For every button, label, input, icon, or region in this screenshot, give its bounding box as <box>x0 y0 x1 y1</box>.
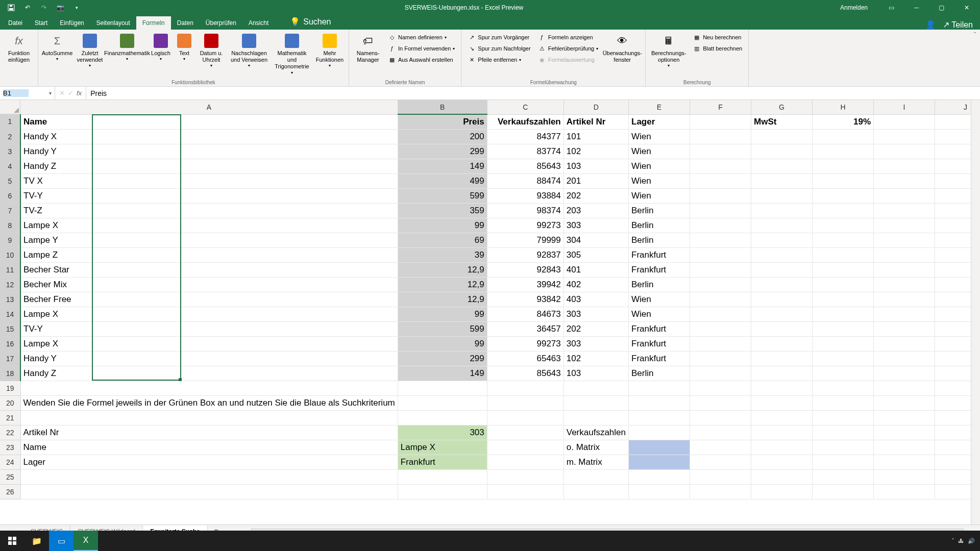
cell[interactable]: 599 <box>398 321 487 336</box>
cell[interactable]: 103 <box>564 159 628 173</box>
cell[interactable] <box>690 484 751 499</box>
cell[interactable] <box>564 484 628 499</box>
share-button[interactable]: ↗Teilen <box>943 20 973 30</box>
cell[interactable]: 359 <box>398 203 487 218</box>
cell[interactable] <box>690 366 751 381</box>
fx-icon[interactable]: fx <box>77 89 82 97</box>
cell[interactable]: Lampe X <box>20 307 398 321</box>
row-header[interactable]: 21 <box>0 410 20 425</box>
cell[interactable] <box>935 144 971 159</box>
cell[interactable]: 19% <box>813 114 874 129</box>
cell[interactable] <box>751 292 813 307</box>
cell[interactable] <box>629 410 690 425</box>
cell[interactable] <box>874 203 935 218</box>
cell[interactable] <box>629 440 690 455</box>
cell[interactable]: Frankfurt <box>398 455 487 469</box>
cell[interactable] <box>20 410 398 425</box>
cell[interactable] <box>813 351 874 366</box>
cell[interactable] <box>813 188 874 203</box>
cell[interactable]: Artikel Nr <box>564 114 628 129</box>
start-button[interactable] <box>0 531 24 551</box>
column-header[interactable]: D <box>564 100 628 114</box>
ribbon-tab-überprüfen[interactable]: Überprüfen <box>200 16 242 30</box>
cell[interactable] <box>690 351 751 366</box>
create-from-selection-button[interactable]: ▦Aus Auswahl erstellen <box>385 54 458 65</box>
cell[interactable] <box>813 173 874 188</box>
logical-button[interactable]: Logisch▾ <box>149 32 173 63</box>
tray-chevron-icon[interactable]: ˆ <box>952 538 954 544</box>
cell[interactable]: Handy Y <box>20 351 398 366</box>
row-header[interactable]: 8 <box>0 218 20 233</box>
cell[interactable] <box>751 173 813 188</box>
account-icon[interactable]: 👤 <box>925 20 936 30</box>
column-header[interactable]: J <box>935 100 971 114</box>
cell[interactable]: 101 <box>564 129 628 144</box>
cell[interactable]: 203 <box>564 203 628 218</box>
cell[interactable] <box>874 484 935 499</box>
cell[interactable]: 83774 <box>487 144 564 159</box>
cell[interactable] <box>874 173 935 188</box>
cell[interactable] <box>874 440 935 455</box>
cell[interactable] <box>751 321 813 336</box>
evaluate-formula-button[interactable]: ◉Formelauswertung <box>535 54 602 65</box>
cell[interactable]: Handy Z <box>20 159 398 173</box>
cell[interactable] <box>398 484 487 499</box>
cell[interactable] <box>935 351 971 366</box>
undo-icon[interactable]: ↶ <box>21 2 34 14</box>
cell[interactable] <box>874 144 935 159</box>
cell[interactable]: Handy Z <box>20 366 398 381</box>
cell[interactable] <box>813 233 874 247</box>
cell[interactable]: Lager <box>20 455 398 469</box>
cell[interactable] <box>935 218 971 233</box>
name-manager-button[interactable]: 🏷Namens-Manager <box>352 32 384 64</box>
cell[interactable] <box>751 218 813 233</box>
cell[interactable] <box>813 321 874 336</box>
cell[interactable] <box>690 233 751 247</box>
cell[interactable]: 39 <box>398 247 487 262</box>
cell[interactable]: 149 <box>398 366 487 381</box>
vertical-scrollbar[interactable] <box>971 100 980 524</box>
cell[interactable]: 303 <box>398 425 487 440</box>
cell[interactable] <box>874 233 935 247</box>
cell[interactable] <box>935 440 971 455</box>
cell[interactable] <box>20 484 398 499</box>
minimize-icon[interactable]: ─ <box>905 0 928 15</box>
row-header[interactable]: 3 <box>0 144 20 159</box>
cell[interactable]: 402 <box>564 277 628 292</box>
cell[interactable] <box>874 114 935 129</box>
cell[interactable]: Lampe Z <box>20 247 398 262</box>
cell[interactable] <box>813 381 874 395</box>
cell[interactable] <box>629 484 690 499</box>
column-header[interactable]: E <box>629 100 690 114</box>
cell[interactable] <box>935 395 971 410</box>
cell[interactable] <box>935 188 971 203</box>
cell[interactable] <box>874 366 935 381</box>
select-all-corner[interactable] <box>0 100 20 114</box>
cell[interactable] <box>874 307 935 321</box>
cell[interactable]: 85643 <box>487 366 564 381</box>
cell[interactable]: 299 <box>398 144 487 159</box>
cell[interactable]: TV-Y <box>20 321 398 336</box>
cell[interactable] <box>874 336 935 351</box>
cell[interactable] <box>690 425 751 440</box>
cell[interactable]: Becher Star <box>20 262 398 277</box>
cell[interactable] <box>935 203 971 218</box>
row-header[interactable]: 10 <box>0 247 20 262</box>
row-header[interactable]: 4 <box>0 159 20 173</box>
column-header[interactable]: G <box>751 100 813 114</box>
cell[interactable] <box>874 129 935 144</box>
cancel-icon[interactable]: ✕ <box>59 89 65 97</box>
cell[interactable]: Verkaufszahlen <box>487 114 564 129</box>
cell[interactable] <box>564 410 628 425</box>
cell[interactable] <box>813 129 874 144</box>
cell[interactable] <box>935 410 971 425</box>
cell[interactable] <box>690 292 751 307</box>
cell[interactable]: Lampe Y <box>20 233 398 247</box>
cell[interactable]: Wien <box>629 188 690 203</box>
row-header[interactable]: 12 <box>0 277 20 292</box>
cell[interactable] <box>487 455 564 469</box>
use-in-formula-button[interactable]: ƒIn Formel verwenden ▾ <box>385 43 458 54</box>
cell[interactable] <box>874 410 935 425</box>
cell[interactable]: 303 <box>564 307 628 321</box>
cell[interactable]: Lampe X <box>20 336 398 351</box>
